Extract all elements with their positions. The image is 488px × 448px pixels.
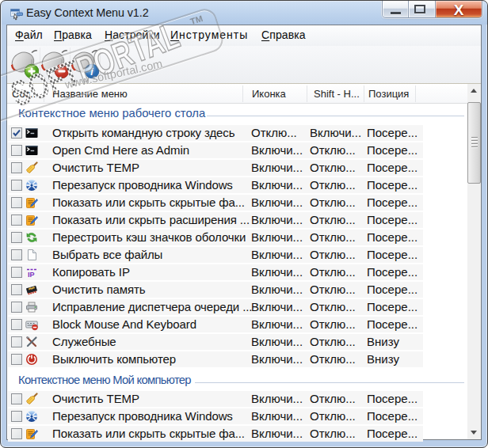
svg-text:IP: IP xyxy=(28,271,35,279)
